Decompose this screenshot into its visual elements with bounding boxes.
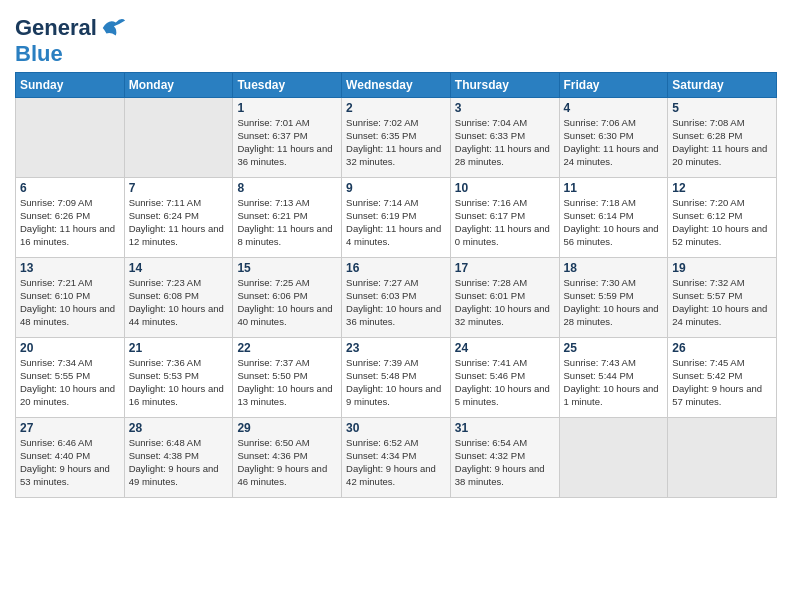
- week-row-5: 27Sunrise: 6:46 AM Sunset: 4:40 PM Dayli…: [16, 418, 777, 498]
- calendar-cell: 6Sunrise: 7:09 AM Sunset: 6:26 PM Daylig…: [16, 178, 125, 258]
- day-number: 14: [129, 261, 229, 275]
- day-info: Sunrise: 7:32 AM Sunset: 5:57 PM Dayligh…: [672, 277, 772, 328]
- day-info: Sunrise: 7:04 AM Sunset: 6:33 PM Dayligh…: [455, 117, 555, 168]
- calendar-cell: 4Sunrise: 7:06 AM Sunset: 6:30 PM Daylig…: [559, 98, 668, 178]
- calendar-body: 1Sunrise: 7:01 AM Sunset: 6:37 PM Daylig…: [16, 98, 777, 498]
- day-info: Sunrise: 6:54 AM Sunset: 4:32 PM Dayligh…: [455, 437, 555, 488]
- day-info: Sunrise: 7:02 AM Sunset: 6:35 PM Dayligh…: [346, 117, 446, 168]
- day-header-friday: Friday: [559, 73, 668, 98]
- week-row-1: 1Sunrise: 7:01 AM Sunset: 6:37 PM Daylig…: [16, 98, 777, 178]
- day-info: Sunrise: 7:13 AM Sunset: 6:21 PM Dayligh…: [237, 197, 337, 248]
- day-info: Sunrise: 7:01 AM Sunset: 6:37 PM Dayligh…: [237, 117, 337, 168]
- day-info: Sunrise: 7:41 AM Sunset: 5:46 PM Dayligh…: [455, 357, 555, 408]
- calendar-cell: 3Sunrise: 7:04 AM Sunset: 6:33 PM Daylig…: [450, 98, 559, 178]
- page-header: General Blue: [15, 10, 777, 66]
- day-number: 26: [672, 341, 772, 355]
- calendar-cell: 19Sunrise: 7:32 AM Sunset: 5:57 PM Dayli…: [668, 258, 777, 338]
- logo-text: General: [15, 16, 97, 40]
- calendar-cell: 30Sunrise: 6:52 AM Sunset: 4:34 PM Dayli…: [342, 418, 451, 498]
- day-info: Sunrise: 7:14 AM Sunset: 6:19 PM Dayligh…: [346, 197, 446, 248]
- calendar-cell: 9Sunrise: 7:14 AM Sunset: 6:19 PM Daylig…: [342, 178, 451, 258]
- calendar-cell: 14Sunrise: 7:23 AM Sunset: 6:08 PM Dayli…: [124, 258, 233, 338]
- day-info: Sunrise: 7:25 AM Sunset: 6:06 PM Dayligh…: [237, 277, 337, 328]
- logo-blue-text: Blue: [15, 42, 127, 66]
- day-header-monday: Monday: [124, 73, 233, 98]
- day-number: 27: [20, 421, 120, 435]
- calendar-cell: [124, 98, 233, 178]
- day-info: Sunrise: 7:06 AM Sunset: 6:30 PM Dayligh…: [564, 117, 664, 168]
- day-number: 23: [346, 341, 446, 355]
- day-number: 1: [237, 101, 337, 115]
- day-number: 20: [20, 341, 120, 355]
- day-info: Sunrise: 7:20 AM Sunset: 6:12 PM Dayligh…: [672, 197, 772, 248]
- day-number: 18: [564, 261, 664, 275]
- day-info: Sunrise: 7:30 AM Sunset: 5:59 PM Dayligh…: [564, 277, 664, 328]
- calendar-cell: 18Sunrise: 7:30 AM Sunset: 5:59 PM Dayli…: [559, 258, 668, 338]
- day-header-thursday: Thursday: [450, 73, 559, 98]
- week-row-3: 13Sunrise: 7:21 AM Sunset: 6:10 PM Dayli…: [16, 258, 777, 338]
- day-number: 16: [346, 261, 446, 275]
- calendar-cell: 7Sunrise: 7:11 AM Sunset: 6:24 PM Daylig…: [124, 178, 233, 258]
- calendar-cell: 13Sunrise: 7:21 AM Sunset: 6:10 PM Dayli…: [16, 258, 125, 338]
- day-info: Sunrise: 7:09 AM Sunset: 6:26 PM Dayligh…: [20, 197, 120, 248]
- day-number: 22: [237, 341, 337, 355]
- day-number: 30: [346, 421, 446, 435]
- day-number: 12: [672, 181, 772, 195]
- calendar-cell: 21Sunrise: 7:36 AM Sunset: 5:53 PM Dayli…: [124, 338, 233, 418]
- day-info: Sunrise: 7:08 AM Sunset: 6:28 PM Dayligh…: [672, 117, 772, 168]
- day-number: 5: [672, 101, 772, 115]
- calendar-cell: 5Sunrise: 7:08 AM Sunset: 6:28 PM Daylig…: [668, 98, 777, 178]
- day-info: Sunrise: 7:39 AM Sunset: 5:48 PM Dayligh…: [346, 357, 446, 408]
- calendar-cell: 23Sunrise: 7:39 AM Sunset: 5:48 PM Dayli…: [342, 338, 451, 418]
- day-info: Sunrise: 6:52 AM Sunset: 4:34 PM Dayligh…: [346, 437, 446, 488]
- calendar-cell: 31Sunrise: 6:54 AM Sunset: 4:32 PM Dayli…: [450, 418, 559, 498]
- day-info: Sunrise: 6:46 AM Sunset: 4:40 PM Dayligh…: [20, 437, 120, 488]
- day-header-tuesday: Tuesday: [233, 73, 342, 98]
- week-row-4: 20Sunrise: 7:34 AM Sunset: 5:55 PM Dayli…: [16, 338, 777, 418]
- calendar-cell: [559, 418, 668, 498]
- day-number: 25: [564, 341, 664, 355]
- day-info: Sunrise: 6:50 AM Sunset: 4:36 PM Dayligh…: [237, 437, 337, 488]
- day-info: Sunrise: 6:48 AM Sunset: 4:38 PM Dayligh…: [129, 437, 229, 488]
- calendar-cell: [668, 418, 777, 498]
- day-number: 15: [237, 261, 337, 275]
- calendar-cell: 2Sunrise: 7:02 AM Sunset: 6:35 PM Daylig…: [342, 98, 451, 178]
- calendar-cell: 17Sunrise: 7:28 AM Sunset: 6:01 PM Dayli…: [450, 258, 559, 338]
- day-info: Sunrise: 7:37 AM Sunset: 5:50 PM Dayligh…: [237, 357, 337, 408]
- calendar-cell: 12Sunrise: 7:20 AM Sunset: 6:12 PM Dayli…: [668, 178, 777, 258]
- day-number: 3: [455, 101, 555, 115]
- day-number: 6: [20, 181, 120, 195]
- day-number: 8: [237, 181, 337, 195]
- day-info: Sunrise: 7:28 AM Sunset: 6:01 PM Dayligh…: [455, 277, 555, 328]
- day-number: 29: [237, 421, 337, 435]
- calendar-cell: 22Sunrise: 7:37 AM Sunset: 5:50 PM Dayli…: [233, 338, 342, 418]
- calendar-cell: [16, 98, 125, 178]
- day-number: 4: [564, 101, 664, 115]
- day-number: 21: [129, 341, 229, 355]
- week-row-2: 6Sunrise: 7:09 AM Sunset: 6:26 PM Daylig…: [16, 178, 777, 258]
- day-number: 11: [564, 181, 664, 195]
- day-info: Sunrise: 7:23 AM Sunset: 6:08 PM Dayligh…: [129, 277, 229, 328]
- calendar-cell: 27Sunrise: 6:46 AM Sunset: 4:40 PM Dayli…: [16, 418, 125, 498]
- calendar-cell: 20Sunrise: 7:34 AM Sunset: 5:55 PM Dayli…: [16, 338, 125, 418]
- calendar-cell: 26Sunrise: 7:45 AM Sunset: 5:42 PM Dayli…: [668, 338, 777, 418]
- calendar-cell: 28Sunrise: 6:48 AM Sunset: 4:38 PM Dayli…: [124, 418, 233, 498]
- calendar-cell: 8Sunrise: 7:13 AM Sunset: 6:21 PM Daylig…: [233, 178, 342, 258]
- calendar-cell: 1Sunrise: 7:01 AM Sunset: 6:37 PM Daylig…: [233, 98, 342, 178]
- calendar-table: SundayMondayTuesdayWednesdayThursdayFrid…: [15, 72, 777, 498]
- day-number: 24: [455, 341, 555, 355]
- day-info: Sunrise: 7:11 AM Sunset: 6:24 PM Dayligh…: [129, 197, 229, 248]
- calendar-cell: 25Sunrise: 7:43 AM Sunset: 5:44 PM Dayli…: [559, 338, 668, 418]
- calendar-header-row: SundayMondayTuesdayWednesdayThursdayFrid…: [16, 73, 777, 98]
- calendar-cell: 16Sunrise: 7:27 AM Sunset: 6:03 PM Dayli…: [342, 258, 451, 338]
- calendar-cell: 15Sunrise: 7:25 AM Sunset: 6:06 PM Dayli…: [233, 258, 342, 338]
- day-info: Sunrise: 7:21 AM Sunset: 6:10 PM Dayligh…: [20, 277, 120, 328]
- day-info: Sunrise: 7:18 AM Sunset: 6:14 PM Dayligh…: [564, 197, 664, 248]
- logo: General Blue: [15, 14, 127, 66]
- day-info: Sunrise: 7:45 AM Sunset: 5:42 PM Dayligh…: [672, 357, 772, 408]
- calendar-cell: 24Sunrise: 7:41 AM Sunset: 5:46 PM Dayli…: [450, 338, 559, 418]
- calendar-cell: 10Sunrise: 7:16 AM Sunset: 6:17 PM Dayli…: [450, 178, 559, 258]
- day-info: Sunrise: 7:43 AM Sunset: 5:44 PM Dayligh…: [564, 357, 664, 408]
- calendar-cell: 29Sunrise: 6:50 AM Sunset: 4:36 PM Dayli…: [233, 418, 342, 498]
- day-number: 28: [129, 421, 229, 435]
